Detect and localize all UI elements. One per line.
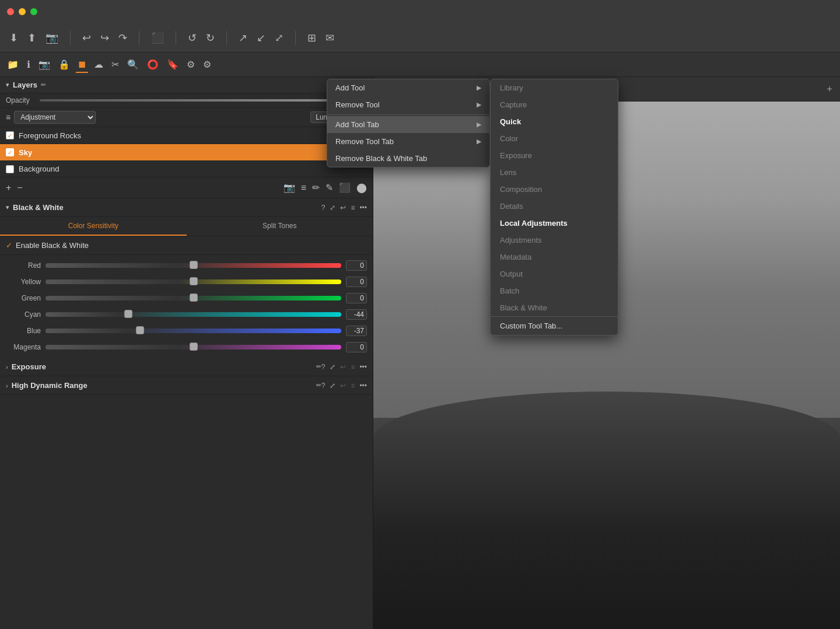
layers-chevron[interactable]: ▾ bbox=[6, 81, 9, 89]
info-icon[interactable]: ℹ bbox=[24, 57, 33, 72]
exposure-help-icon[interactable]: ? bbox=[321, 363, 326, 371]
camera2-icon[interactable]: 📷 bbox=[36, 57, 52, 72]
crop-icon[interactable]: ✂ bbox=[109, 57, 121, 72]
redo-icon[interactable]: ↷ bbox=[118, 32, 127, 44]
bookmark-icon[interactable]: 🔖 bbox=[164, 57, 181, 72]
bw-reset-icon[interactable]: ↩ bbox=[340, 204, 346, 212]
hdr-reset-icon[interactable]: ↩ bbox=[340, 382, 346, 390]
sub-batch[interactable]: Batch bbox=[491, 282, 618, 299]
hdr-menu-icon[interactable]: ≡ bbox=[351, 382, 355, 390]
adjustment-select[interactable]: Adjustment bbox=[14, 111, 96, 124]
layer-checkbox-background[interactable] bbox=[6, 165, 14, 173]
sub-library[interactable]: Library bbox=[491, 79, 618, 96]
sub-local-adjustments[interactable]: Local Adjustments bbox=[491, 215, 618, 232]
slider-track-green[interactable] bbox=[46, 296, 341, 300]
mail-icon[interactable]: ✉ bbox=[326, 32, 334, 44]
undo-icon[interactable]: ↩ bbox=[82, 32, 91, 44]
sub-quick[interactable]: Quick bbox=[491, 113, 618, 130]
zoom-in-icon[interactable]: ↙ bbox=[257, 32, 265, 44]
hdr-expand-icon[interactable]: ⤢ bbox=[330, 382, 335, 390]
rotate-cw-icon[interactable]: ↻ bbox=[206, 32, 215, 44]
maximize-button[interactable] bbox=[30, 8, 37, 15]
exposure-reset-icon[interactable]: ↩ bbox=[340, 363, 346, 371]
exposure-chevron[interactable]: › bbox=[6, 364, 8, 371]
brush-icon[interactable]: ✏ bbox=[312, 182, 320, 193]
sub-adjustments[interactable]: Adjustments bbox=[491, 232, 618, 249]
grid-icon[interactable]: ⊞ bbox=[307, 32, 316, 44]
layers-icon[interactable]: ⬛ bbox=[151, 32, 164, 44]
mask-sliders-icon[interactable]: ≡ bbox=[301, 183, 306, 193]
layer-checkbox-foreground[interactable]: ✓ bbox=[6, 131, 14, 139]
exposure-edit-icon[interactable]: ✏ bbox=[316, 363, 321, 371]
tab-color-sensitivity[interactable]: Color Sensitivity bbox=[0, 217, 187, 236]
sub-color[interactable]: Color bbox=[491, 130, 618, 147]
bw-expand-icon[interactable]: ⤢ bbox=[330, 204, 335, 212]
opacity-slider[interactable] bbox=[40, 99, 367, 102]
enable-bw-check[interactable]: ✓ bbox=[6, 241, 12, 250]
layer-item-foreground-rocks[interactable]: ✓ Foreground Rocks ≡ 100% bbox=[0, 127, 373, 144]
import-icon[interactable]: ⬇ bbox=[9, 32, 18, 44]
circle-icon[interactable]: ⭕ bbox=[145, 57, 161, 72]
slider-value-yellow[interactable]: 0 bbox=[346, 277, 367, 287]
ctx-remove-bw-tab[interactable]: Remove Black & White Tab bbox=[327, 150, 489, 167]
exposure-menu-icon[interactable]: ≡ bbox=[351, 363, 355, 371]
ctx-remove-tool[interactable]: Remove Tool ▶ bbox=[327, 96, 489, 113]
bw-more-icon[interactable]: ••• bbox=[359, 204, 367, 212]
sub-lens[interactable]: Lens bbox=[491, 164, 618, 181]
fill-icon[interactable]: ⬛ bbox=[339, 182, 351, 193]
mask-camera-icon[interactable]: 📷 bbox=[284, 182, 295, 193]
slider-track-red[interactable] bbox=[46, 263, 341, 268]
zoom-out-icon[interactable]: ↗ bbox=[239, 32, 247, 44]
layers-edit-icon[interactable]: ✏ bbox=[41, 81, 46, 89]
tab-split-tones[interactable]: Split Tones bbox=[187, 217, 373, 236]
sub-composition[interactable]: Composition bbox=[491, 181, 618, 198]
eraser-icon[interactable]: ✎ bbox=[326, 182, 333, 193]
slider-track-yellow[interactable] bbox=[46, 279, 341, 284]
adjustment-icon[interactable]: ◼ bbox=[76, 56, 88, 73]
hdr-edit-icon[interactable]: ✏ bbox=[316, 382, 321, 389]
folder-icon[interactable]: 📁 bbox=[5, 57, 21, 72]
slider-track-cyan[interactable] bbox=[46, 312, 341, 317]
sub-details[interactable]: Details bbox=[491, 198, 618, 215]
sub-exposure[interactable]: Exposure bbox=[491, 147, 618, 164]
slider-value-blue[interactable]: -37 bbox=[346, 326, 367, 336]
bw-menu-icon[interactable]: ≡ bbox=[351, 204, 355, 212]
rotate-ccw-icon[interactable]: ↺ bbox=[188, 32, 197, 44]
sub-bw[interactable]: Black & White bbox=[491, 299, 618, 316]
camera-icon[interactable]: 📷 bbox=[46, 32, 58, 44]
layer-item-background[interactable]: Background bbox=[0, 161, 373, 177]
add-layer-icon[interactable]: + bbox=[6, 183, 11, 193]
settings-icon[interactable]: ⚙ bbox=[184, 57, 197, 72]
hdr-help-icon[interactable]: ? bbox=[321, 382, 326, 390]
ctx-add-tool[interactable]: Add Tool ▶ bbox=[327, 79, 489, 96]
slider-value-cyan[interactable]: -44 bbox=[346, 309, 367, 320]
fit-icon[interactable]: ⤢ bbox=[275, 32, 284, 44]
slider-track-magenta[interactable] bbox=[46, 345, 341, 350]
cloud-icon[interactable]: ☁ bbox=[92, 57, 106, 72]
slider-track-blue[interactable] bbox=[46, 329, 341, 333]
sub-custom-tab[interactable]: Custom Tool Tab... bbox=[491, 316, 618, 335]
ctx-add-tool-tab[interactable]: Add Tool Tab ▶ bbox=[327, 116, 489, 133]
exposure-expand-icon[interactable]: ⤢ bbox=[330, 363, 335, 371]
export-icon[interactable]: ⬆ bbox=[27, 32, 36, 44]
close-button[interactable] bbox=[7, 8, 14, 15]
hdr-more-icon[interactable]: ••• bbox=[359, 382, 367, 390]
slider-value-green[interactable]: 0 bbox=[346, 293, 367, 303]
lock-icon[interactable]: 🔒 bbox=[56, 57, 72, 72]
minimize-button[interactable] bbox=[19, 8, 26, 15]
settings2-icon[interactable]: ⚙ bbox=[201, 57, 214, 72]
remove-layer-icon[interactable]: − bbox=[17, 183, 22, 193]
redo-back-icon[interactable]: ↪ bbox=[100, 32, 109, 44]
layer-checkbox-sky[interactable]: ✓ bbox=[6, 148, 14, 156]
exposure-more-icon[interactable]: ••• bbox=[359, 363, 367, 371]
sub-output[interactable]: Output bbox=[491, 265, 618, 282]
add-tab-icon[interactable]: ＋ bbox=[825, 83, 834, 95]
bw-help-icon[interactable]: ? bbox=[321, 204, 326, 212]
ctx-remove-tool-tab[interactable]: Remove Tool Tab ▶ bbox=[327, 133, 489, 150]
sub-capture[interactable]: Capture bbox=[491, 96, 618, 113]
circle-mask-icon[interactable]: ⬤ bbox=[356, 182, 367, 193]
hdr-chevron[interactable]: › bbox=[6, 382, 8, 389]
slider-value-red[interactable]: 0 bbox=[346, 260, 367, 271]
bw-chevron[interactable]: ▾ bbox=[6, 204, 9, 211]
sub-metadata[interactable]: Metadata bbox=[491, 249, 618, 265]
